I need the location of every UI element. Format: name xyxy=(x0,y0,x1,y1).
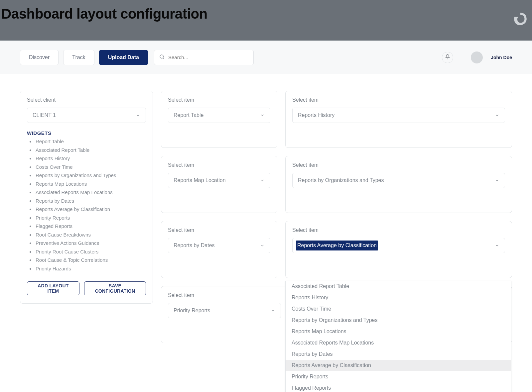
slot-select-value: Reports Map Location xyxy=(174,177,226,183)
chevron-down-icon xyxy=(136,113,140,118)
widget-item: Priority Hazards xyxy=(35,264,146,273)
chevron-down-icon xyxy=(271,308,275,313)
widget-item: Reports Map Locations xyxy=(35,180,146,188)
widgets-heading: WIDGETS xyxy=(27,130,146,136)
slot-select-5[interactable]: Reports by Dates xyxy=(168,238,270,253)
select-client-label: Select client xyxy=(27,97,146,103)
slot-label: Select item xyxy=(168,162,270,168)
avatar[interactable] xyxy=(471,51,483,63)
chevron-down-icon xyxy=(495,243,499,248)
slot-select-value: Reports by Dates xyxy=(174,243,215,248)
client-select[interactable]: CLIENT 1 xyxy=(27,108,146,123)
dropdown-option[interactable]: Priority Reports xyxy=(286,371,511,382)
dropdown-option[interactable]: Flagged Reports xyxy=(286,382,511,392)
widget-item: Reports by Dates xyxy=(35,197,146,205)
chevron-down-icon xyxy=(495,178,499,183)
slot-label: Select item xyxy=(292,162,505,168)
slot-card-3: Select item Reports Map Location xyxy=(161,156,277,213)
widget-item: Reports Average by Classification xyxy=(35,205,146,214)
widget-item: Reports by Organizations and Types xyxy=(35,171,146,180)
dropdown-option[interactable]: Reports Average by Classification xyxy=(286,360,511,371)
title-band: Dashboard layout configuration xyxy=(0,0,532,41)
widget-item: Root Cause & Topic Correlations xyxy=(35,256,146,264)
client-sidebar-card: Select client CLIENT 1 WIDGETS Report Ta… xyxy=(20,91,153,304)
widget-item: Flagged Reports xyxy=(35,222,146,231)
slot-card-5: Select item Reports by Dates xyxy=(161,221,277,278)
dropdown-option[interactable]: Reports Map Locations xyxy=(286,326,511,337)
dropdown-option[interactable]: Reports by Organizations and Types xyxy=(286,315,511,326)
slot-select-value: Reports Average by Classification xyxy=(296,241,378,250)
svg-point-0 xyxy=(160,55,164,58)
widget-item: Root Cause Breakdowns xyxy=(35,231,146,239)
slot-select-3[interactable]: Reports Map Location xyxy=(168,173,270,188)
slot-card-4: Select item Reports by Organizations and… xyxy=(285,156,512,213)
widget-item: Associated Report Table xyxy=(35,146,146,154)
slot-select-value: Reports by Organizations and Types xyxy=(298,177,384,183)
dropdown-option[interactable]: Reports History xyxy=(286,292,511,303)
notifications-button[interactable] xyxy=(442,52,453,63)
sidebar-actions: ADD LAYOUT ITEM SAVE CONFIGURATION xyxy=(27,281,146,295)
divider xyxy=(462,52,462,62)
bell-icon xyxy=(445,54,450,61)
dropdown-option[interactable]: Costs Over Time xyxy=(286,303,511,315)
chevron-down-icon xyxy=(260,243,265,248)
widget-item: Priority Reports xyxy=(35,214,146,222)
widget-item: Costs Over Time xyxy=(35,163,146,171)
slot-card-6: Select item Reports Average by Classific… xyxy=(285,221,512,278)
slot-label: Select item xyxy=(168,227,270,233)
slot-card-1: Select item Report Table xyxy=(161,91,277,148)
slot-select-value: Priority Reports xyxy=(174,308,210,314)
dropdown-option[interactable]: Reports by Dates xyxy=(286,348,511,360)
nav-upload-data[interactable]: Upload Data xyxy=(99,50,148,65)
nav-discover[interactable]: Discover xyxy=(20,50,59,65)
add-layout-item-button[interactable]: ADD LAYOUT ITEM xyxy=(27,281,79,295)
widgets-list: Report Table Associated Report Table Rep… xyxy=(27,137,146,273)
chevron-down-icon xyxy=(260,178,265,183)
dropdown-option[interactable]: Associated Reports Map Locations xyxy=(286,337,511,348)
slot-select-value: Report Table xyxy=(174,112,203,118)
client-select-value: CLIENT 1 xyxy=(33,112,56,118)
widget-item: Preventive Actions Guidance xyxy=(35,239,146,247)
dropdown-option[interactable]: Associated Report Table xyxy=(286,281,511,292)
slot-6-dropdown-panel: Associated Report TableReports HistoryCo… xyxy=(285,281,511,392)
widget-item: Associated Reports Map Locations xyxy=(35,188,146,197)
slot-select-6[interactable]: Reports Average by Classification xyxy=(292,238,505,253)
search-input[interactable] xyxy=(168,54,249,60)
widget-item: Reports History xyxy=(35,154,146,163)
search-field[interactable] xyxy=(154,50,254,65)
nav-track[interactable]: Track xyxy=(63,50,94,65)
save-configuration-button[interactable]: SAVE CONFIGURATION xyxy=(84,281,146,295)
slot-label: Select item xyxy=(292,227,505,233)
slot-select-2[interactable]: Reports History xyxy=(292,108,505,123)
slot-label: Select item xyxy=(292,97,505,103)
slot-label: Select item xyxy=(168,97,270,103)
search-icon xyxy=(159,54,165,61)
page-title: Dashboard layout configuration xyxy=(1,6,207,22)
chevron-down-icon xyxy=(260,113,265,118)
svg-line-1 xyxy=(163,58,164,59)
topbar: Discover Track Upload Data John Doe xyxy=(0,41,532,74)
slot-card-2: Select item Reports History xyxy=(285,91,512,148)
slot-select-7[interactable]: Priority Reports xyxy=(168,303,281,318)
widget-item: Priority Root Cause Clusters xyxy=(35,247,146,256)
slot-select-value: Reports History xyxy=(298,112,334,118)
slot-select-1[interactable]: Report Table xyxy=(168,108,270,123)
widget-item: Report Table xyxy=(35,137,146,146)
slot-select-4[interactable]: Reports by Organizations and Types xyxy=(292,173,505,188)
brand-logo-icon xyxy=(512,11,529,27)
app-frame: Discover Track Upload Data John Doe Sele… xyxy=(0,41,532,392)
chevron-down-icon xyxy=(495,113,499,118)
user-name: John Doe xyxy=(491,55,512,60)
